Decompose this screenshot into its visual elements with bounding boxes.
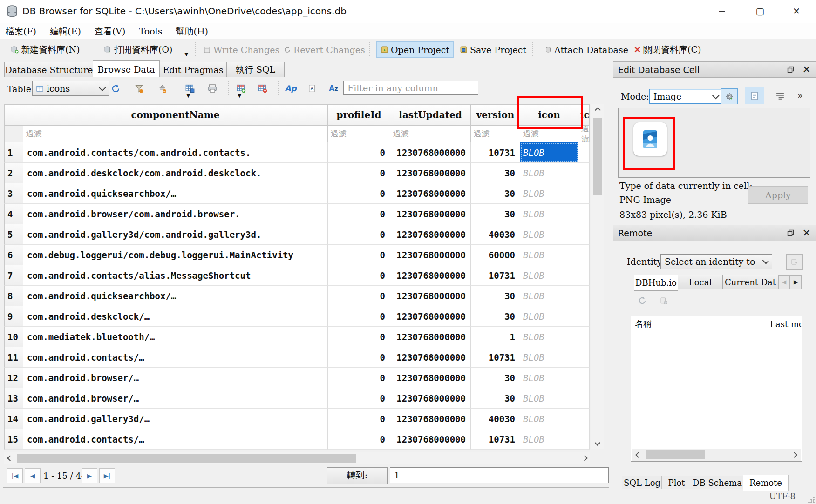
row-number[interactable]: 5 <box>4 224 23 245</box>
cell-profileId[interactable]: 0 <box>328 409 390 429</box>
apply-button[interactable]: Apply <box>748 186 808 204</box>
tab-edit-pragmas[interactable]: Edit Pragmas <box>159 62 227 77</box>
row-number[interactable]: 12 <box>4 368 23 388</box>
float-panel-icon[interactable] <box>787 66 794 73</box>
grid-horizontal-scrollbar[interactable] <box>4 452 590 464</box>
dock-tab-plot[interactable]: Plot <box>661 476 692 490</box>
cell-componentName[interactable]: com.mediatek.bluetooth/… <box>23 327 328 347</box>
last-page-button[interactable]: ▶| <box>99 468 115 483</box>
cell-lastUpdated[interactable]: 1230768000000 <box>390 388 471 409</box>
scroll-up-icon[interactable] <box>592 104 603 115</box>
cell-profileId[interactable]: 0 <box>328 245 390 265</box>
cell-lastUpdated[interactable]: 1230768000000 <box>390 286 471 306</box>
menu-help[interactable]: 幫助(H) <box>170 23 214 40</box>
cell-profileId[interactable]: 0 <box>328 347 390 368</box>
cell-profileId[interactable]: 0 <box>328 142 390 163</box>
cell-version[interactable]: 10731 <box>471 142 520 163</box>
cell-version[interactable]: 40030 <box>471 409 520 429</box>
cell-componentName[interactable]: com.android.quicksearchbox/… <box>23 183 328 204</box>
open-database-dropdown-arrow[interactable]: ▼ <box>184 51 188 57</box>
filter-version[interactable]: 過濾 <box>471 126 520 142</box>
dock-tab-db-schema[interactable]: DB Schema <box>691 476 744 490</box>
menu-edit[interactable]: 編輯(E) <box>44 23 87 40</box>
cell-lastUpdated[interactable]: 1230768000000 <box>390 409 471 429</box>
table-selector[interactable]: icons <box>32 81 109 96</box>
open-database-button[interactable]: 打開資料庫(O) <box>100 41 177 58</box>
corner-header[interactable] <box>4 104 23 126</box>
cell-icon-blob[interactable]: BLOB <box>520 142 578 163</box>
cell-icon-blob[interactable]: BLOB <box>520 429 578 450</box>
cell-componentName[interactable]: com.android.browser/… <box>23 388 328 409</box>
open-project-button[interactable]: Open Project <box>376 41 454 58</box>
cell-icon-blob[interactable]: BLOB <box>520 163 578 183</box>
row-number[interactable]: 4 <box>4 204 23 224</box>
cell-version[interactable]: 60000 <box>471 245 520 265</box>
upload-database-button[interactable] <box>786 254 803 270</box>
cell-partial[interactable] <box>578 286 590 306</box>
word-wrap-button[interactable] <box>772 88 788 103</box>
cell-icon-blob[interactable]: BLOB <box>520 224 578 245</box>
cell-partial[interactable] <box>578 142 590 163</box>
font-button[interactable]: Ap <box>283 81 299 96</box>
float-remote-icon[interactable] <box>787 229 794 236</box>
print-rows-button[interactable]: A <box>304 81 320 96</box>
cell-partial[interactable] <box>578 388 590 409</box>
tab-scroll-right-icon[interactable]: ▶ <box>790 275 802 289</box>
cell-icon-blob[interactable]: BLOB <box>520 409 578 429</box>
cell-version[interactable]: 10731 <box>471 429 520 450</box>
cell-profileId[interactable]: 0 <box>328 327 390 347</box>
row-number[interactable]: 15 <box>4 429 23 450</box>
write-changes-button[interactable]: Write Changes <box>199 41 284 58</box>
minimize-button[interactable]: ─ <box>712 3 732 20</box>
scroll-right-icon[interactable] <box>579 452 590 464</box>
cell-partial[interactable] <box>578 306 590 327</box>
cell-icon-blob[interactable]: BLOB <box>520 327 578 347</box>
cell-version[interactable]: 30 <box>471 368 520 388</box>
encoding-indicator[interactable]: UTF-8 <box>769 491 796 501</box>
cell-icon-blob[interactable]: BLOB <box>520 347 578 368</box>
cell-lastUpdated[interactable]: 1230768000000 <box>390 224 471 245</box>
cell-lastUpdated[interactable]: 1230768000000 <box>390 245 471 265</box>
print-button[interactable] <box>204 81 220 96</box>
cell-lastUpdated[interactable]: 1230768000000 <box>390 265 471 286</box>
row-number[interactable]: 13 <box>4 388 23 409</box>
horizontal-scroll-thumb[interactable] <box>17 454 356 463</box>
cell-partial[interactable] <box>578 204 590 224</box>
cell-icon-blob[interactable]: BLOB <box>520 286 578 306</box>
goto-row-input[interactable]: 1 <box>390 467 609 483</box>
filter-profileId[interactable]: 過濾 <box>328 126 390 142</box>
cell-version[interactable]: 1 <box>471 327 520 347</box>
cell-version[interactable]: 30 <box>471 388 520 409</box>
cell-componentName[interactable]: com.android.gallery3d/… <box>23 409 328 429</box>
cell-icon-blob[interactable]: BLOB <box>520 388 578 409</box>
cell-componentName[interactable]: com.debug.loggerui/com.debug.loggerui.Ma… <box>23 245 328 265</box>
menu-tools[interactable]: Tools <box>134 24 168 39</box>
column-header-lastUpdated[interactable]: lastUpdated <box>390 104 471 126</box>
cell-profileId[interactable]: 0 <box>328 429 390 450</box>
remote-tab-current-database[interactable]: Current Dat <box>722 275 778 289</box>
close-panel-icon[interactable]: ✕ <box>802 64 811 75</box>
remote-col-last-modified[interactable]: Last mo <box>767 316 802 332</box>
cell-profileId[interactable]: 0 <box>328 368 390 388</box>
cell-icon-blob[interactable]: BLOB <box>520 368 578 388</box>
cell-lastUpdated[interactable]: 1230768000000 <box>390 368 471 388</box>
filter-any-column-input[interactable]: Filter in any column <box>343 81 478 95</box>
cell-lastUpdated[interactable]: 1230768000000 <box>390 163 471 183</box>
cell-partial[interactable] <box>578 245 590 265</box>
cell-lastUpdated[interactable]: 1230768000000 <box>390 183 471 204</box>
cell-componentName[interactable]: com.android.contacts/… <box>23 429 328 450</box>
menu-view[interactable]: 查看(V) <box>89 23 131 40</box>
condensed-font-button[interactable]: Az <box>326 81 341 96</box>
row-number[interactable]: 3 <box>4 183 23 204</box>
dock-tab-sql-log[interactable]: SQL Log <box>622 476 662 490</box>
cell-componentName[interactable]: com.android.gallery3d/com.android.galler… <box>23 224 328 245</box>
cell-version[interactable]: 30 <box>471 286 520 306</box>
tab-scroll-left-icon[interactable]: ◀ <box>778 275 790 289</box>
cell-componentName[interactable]: com.android.deskclock/com.android.deskcl… <box>23 163 328 183</box>
cell-componentName[interactable]: com.android.browser/com.android.browser. <box>23 204 328 224</box>
cell-version[interactable]: 30 <box>471 204 520 224</box>
freeze-columns-button[interactable] <box>154 81 170 96</box>
refresh-button[interactable] <box>108 81 123 96</box>
remote-tab-local[interactable]: Local <box>677 275 723 289</box>
cell-componentName[interactable]: com.android.quicksearchbox/… <box>23 286 328 306</box>
